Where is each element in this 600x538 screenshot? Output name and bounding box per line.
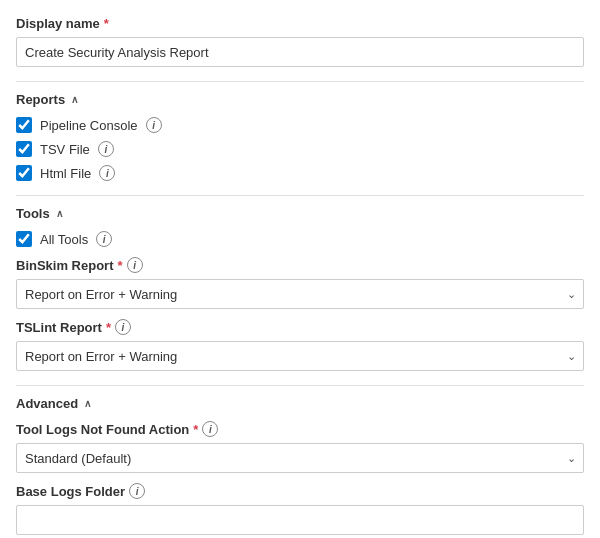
base-logs-input[interactable]	[16, 505, 584, 535]
display-name-label-text: Display name	[16, 16, 100, 31]
tslint-label-text: TSLint Report	[16, 320, 102, 335]
binskim-info-icon[interactable]: i	[127, 257, 143, 273]
binskim-select[interactable]: Report on Error + Warning Report on Erro…	[16, 279, 584, 309]
tsv-file-label: TSV File	[40, 142, 90, 157]
advanced-chevron-icon: ∧	[84, 398, 91, 409]
reports-section: Reports ∧ Pipeline Console i TSV File i …	[16, 92, 584, 181]
html-file-row: Html File i	[16, 165, 584, 181]
display-name-section: Display name *	[16, 16, 584, 67]
tsv-file-checkbox[interactable]	[16, 141, 32, 157]
tools-section-label: Tools	[16, 206, 50, 221]
html-file-info-icon[interactable]: i	[99, 165, 115, 181]
pipeline-console-label: Pipeline Console	[40, 118, 138, 133]
all-tools-row: All Tools i	[16, 231, 584, 247]
reports-divider	[16, 81, 584, 82]
advanced-section-label: Advanced	[16, 396, 78, 411]
display-name-input[interactable]	[16, 37, 584, 67]
tsv-file-info-icon[interactable]: i	[98, 141, 114, 157]
tsv-file-row: TSV File i	[16, 141, 584, 157]
tool-logs-info-icon[interactable]: i	[202, 421, 218, 437]
tslint-select-wrapper: Report on Error + Warning Report on Erro…	[16, 341, 584, 371]
pipeline-console-info-icon[interactable]: i	[146, 117, 162, 133]
base-logs-label-text: Base Logs Folder	[16, 484, 125, 499]
binskim-label-text: BinSkim Report	[16, 258, 114, 273]
tool-logs-label-text: Tool Logs Not Found Action	[16, 422, 189, 437]
reports-section-label: Reports	[16, 92, 65, 107]
binskim-required: *	[118, 258, 123, 273]
tool-logs-select[interactable]: Standard (Default) Error Warning	[16, 443, 584, 473]
html-file-checkbox[interactable]	[16, 165, 32, 181]
all-tools-checkbox[interactable]	[16, 231, 32, 247]
tslint-info-icon[interactable]: i	[115, 319, 131, 335]
advanced-divider	[16, 385, 584, 386]
tool-logs-required: *	[193, 422, 198, 437]
display-name-label: Display name *	[16, 16, 584, 31]
tools-chevron-icon: ∧	[56, 208, 63, 219]
tools-section: Tools ∧ All Tools i BinSkim Report * i R…	[16, 206, 584, 371]
tool-logs-label-row: Tool Logs Not Found Action * i	[16, 421, 584, 437]
reports-chevron-icon: ∧	[71, 94, 78, 105]
all-tools-info-icon[interactable]: i	[96, 231, 112, 247]
tslint-select[interactable]: Report on Error + Warning Report on Erro…	[16, 341, 584, 371]
pipeline-console-checkbox[interactable]	[16, 117, 32, 133]
tslint-label-row: TSLint Report * i	[16, 319, 584, 335]
base-logs-label-row: Base Logs Folder i	[16, 483, 584, 499]
html-file-label: Html File	[40, 166, 91, 181]
advanced-section: Advanced ∧ Tool Logs Not Found Action * …	[16, 396, 584, 535]
tslint-required: *	[106, 320, 111, 335]
display-name-required: *	[104, 16, 109, 31]
tools-section-header[interactable]: Tools ∧	[16, 206, 584, 221]
base-logs-info-icon[interactable]: i	[129, 483, 145, 499]
binskim-select-wrapper: Report on Error + Warning Report on Erro…	[16, 279, 584, 309]
tools-divider	[16, 195, 584, 196]
advanced-section-header[interactable]: Advanced ∧	[16, 396, 584, 411]
all-tools-label: All Tools	[40, 232, 88, 247]
pipeline-console-row: Pipeline Console i	[16, 117, 584, 133]
binskim-label-row: BinSkim Report * i	[16, 257, 584, 273]
tool-logs-select-wrapper: Standard (Default) Error Warning ⌄	[16, 443, 584, 473]
reports-section-header[interactable]: Reports ∧	[16, 92, 584, 107]
